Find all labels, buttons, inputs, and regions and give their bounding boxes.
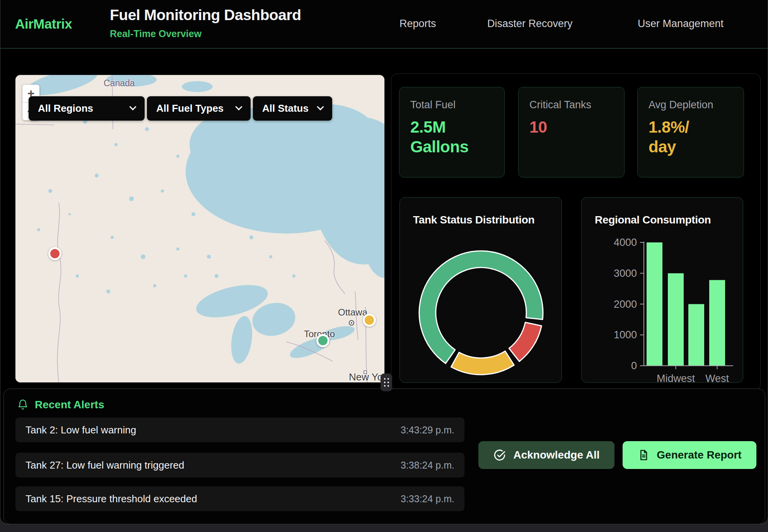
generate-report-button[interactable]: Generate Report <box>623 441 756 469</box>
nav-disaster-recovery[interactable]: Disaster Recovery <box>487 18 573 30</box>
alerts-header: Recent Alerts <box>17 399 104 411</box>
stat-card-total-fuel: Total Fuel 2.5M Gallons <box>399 87 505 177</box>
regions-filter-value: All Regions <box>38 102 93 114</box>
stat-value: 1.8%/ day <box>649 117 733 157</box>
stat-label: Avg Depletion <box>649 99 733 111</box>
ottawa-city-dot <box>349 320 354 326</box>
alerts-title: Recent Alerts <box>35 399 104 411</box>
alert-row[interactable]: Tank 2: Low fuel warning 3:43:29 p.m. <box>15 418 464 442</box>
map-label-canada: Canada <box>104 78 135 89</box>
donut-segment-critical <box>509 322 541 361</box>
alert-text: Tank 2: Low fuel warning <box>26 424 136 436</box>
svg-text:Midwest: Midwest <box>657 373 695 383</box>
alert-text: Tank 27: Low fuel warning triggered <box>26 459 184 471</box>
acknowledge-all-button[interactable]: Acknowledge All <box>478 441 614 469</box>
bar-0 <box>647 242 662 366</box>
fuel-type-filter-dropdown[interactable]: All Fuel Types <box>147 96 251 121</box>
document-icon <box>637 449 650 461</box>
chart-title: Tank Status Distribution <box>413 214 534 226</box>
status-filter-dropdown[interactable]: All Status <box>253 96 332 121</box>
bar-1 <box>668 273 684 366</box>
chevron-down-icon <box>317 103 324 110</box>
brand-logo: AirMatrix <box>15 16 72 32</box>
alert-row[interactable]: Tank 15: Pressure threshold exceeded 3:3… <box>15 486 464 511</box>
page-title: Fuel Monitoring Dashboard <box>110 7 301 24</box>
stat-card-critical-tanks: Critical Tanks 10 <box>518 87 625 177</box>
chevron-down-icon <box>129 103 136 110</box>
alert-timestamp: 3:38:24 p.m. <box>401 460 454 471</box>
new-york-city-square <box>364 370 367 374</box>
regions-filter-dropdown[interactable]: All Regions <box>29 96 145 121</box>
chevron-down-icon <box>235 103 242 110</box>
resize-grip-handle[interactable] <box>381 373 392 391</box>
regional-consumption-card: Regional Consumption 01000200030004000Mi… <box>581 197 743 383</box>
nav-user-management[interactable]: User Management <box>638 18 724 30</box>
dashboard: AirMatrix Fuel Monitoring Dashboard Real… <box>0 0 768 532</box>
page-subtitle: Real-Time Overview <box>110 28 201 39</box>
stat-label: Total Fuel <box>410 99 493 111</box>
app-container: AirMatrix Fuel Monitoring Dashboard Real… <box>0 0 768 524</box>
donut-segment-warning <box>451 351 514 375</box>
fuel-type-filter-value: All Fuel Types <box>156 102 224 114</box>
bar-3 <box>709 280 725 366</box>
bar-chart: 01000200030004000MidwestWest <box>582 198 744 383</box>
recent-alerts-panel: Recent Alerts Tank 2: Low fuel warning 3… <box>3 389 765 524</box>
nav-reports[interactable]: Reports <box>399 18 436 30</box>
alert-timestamp: 3:33:24 p.m. <box>401 493 454 505</box>
bar-2 <box>688 304 704 366</box>
status-filter-value: All Status <box>262 102 309 114</box>
svg-text:4000: 4000 <box>614 237 637 248</box>
stat-value: 2.5M Gallons <box>410 117 493 157</box>
stat-card-avg-depletion: Avg Depletion 1.8%/ day <box>637 87 744 177</box>
alert-text: Tank 15: Pressure threshold exceeded <box>26 493 197 505</box>
svg-text:1000: 1000 <box>614 329 637 341</box>
map-label-ottawa: Ottawa <box>338 307 367 318</box>
svg-text:2000: 2000 <box>614 298 637 310</box>
svg-text:West: West <box>705 373 729 383</box>
map-canvas[interactable]: Canada Ottawa Toronto New York + − All R… <box>15 75 385 383</box>
bell-icon <box>17 399 29 411</box>
tank-marker-warning[interactable] <box>363 314 376 327</box>
header: AirMatrix Fuel Monitoring Dashboard Real… <box>0 0 768 49</box>
alert-timestamp: 3:43:29 p.m. <box>401 425 454 436</box>
svg-text:3000: 3000 <box>614 268 637 279</box>
tank-status-distribution-card: Tank Status Distribution <box>399 197 562 383</box>
tank-marker-critical[interactable] <box>48 247 61 260</box>
stat-value: 10 <box>529 117 613 137</box>
stat-label: Critical Tanks <box>529 99 613 111</box>
svg-text:0: 0 <box>631 360 637 372</box>
check-circle-icon <box>493 448 506 462</box>
alert-row[interactable]: Tank 27: Low fuel warning triggered 3:38… <box>15 453 464 477</box>
donut-chart <box>415 247 547 379</box>
tank-marker-normal[interactable] <box>316 334 329 347</box>
